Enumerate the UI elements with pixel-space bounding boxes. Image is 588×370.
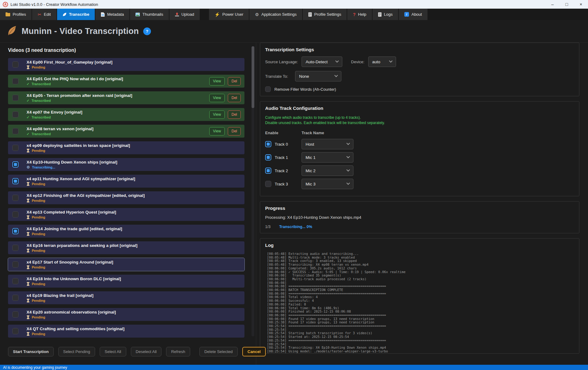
start-transcription-button[interactable]: Start Transcription bbox=[8, 347, 54, 356]
video-list-item[interactable]: X4 Ep05 - Terran promotion after xenon r… bbox=[8, 91, 244, 104]
video-checkbox[interactable] bbox=[12, 128, 19, 134]
video-list-item[interactable]: X4 ep08 terran vs xenon [original] ✓ Tra… bbox=[8, 125, 244, 138]
transcription-settings-section: Transcription Settings Source Language: … bbox=[260, 43, 579, 96]
video-checkbox[interactable] bbox=[12, 228, 19, 234]
minimize-icon[interactable]: – bbox=[545, 0, 560, 9]
video-checkbox[interactable] bbox=[12, 211, 19, 218]
track-label: Track 1 bbox=[275, 155, 288, 160]
track-enable-checkbox[interactable] bbox=[265, 181, 271, 187]
video-list-item[interactable]: X4 ep12 Finishing off the AGI sytmpathiz… bbox=[8, 191, 244, 204]
video-checkbox[interactable] bbox=[12, 78, 19, 84]
scrollbar-thumb[interactable] bbox=[252, 46, 254, 108]
delete-button[interactable]: Del bbox=[228, 127, 241, 135]
video-checkbox[interactable] bbox=[12, 61, 19, 68]
video-list-item[interactable]: X4 ep07 the Envoy [original] ✓ Transcrib… bbox=[8, 108, 244, 121]
video-checkbox[interactable] bbox=[12, 295, 19, 301]
tab-bar: Profiles ✂ Edit Transcribe Metadata Thum… bbox=[0, 9, 588, 20]
delete-button[interactable]: Del bbox=[228, 94, 241, 102]
delete-selected-button[interactable]: Delete Selected bbox=[199, 347, 238, 356]
video-list-item[interactable]: X4 Ep00 First_Hour_of_Gameplay [original… bbox=[8, 58, 244, 71]
view-button[interactable]: View bbox=[209, 77, 225, 85]
video-title: X4 QT Crafting and selling commodities [… bbox=[27, 326, 124, 331]
tab-about[interactable]: i About bbox=[399, 9, 427, 20]
track-name-select[interactable]: Host bbox=[302, 139, 353, 149]
video-checkbox[interactable] bbox=[12, 111, 19, 118]
view-button[interactable]: View bbox=[209, 110, 225, 119]
track-name-select[interactable]: Mic 2 bbox=[302, 165, 353, 176]
select-pending-button[interactable]: Select Pending bbox=[58, 347, 95, 356]
chevron-down-icon bbox=[346, 181, 350, 185]
tab-profile-settings[interactable]: Profile Settings bbox=[303, 9, 347, 20]
select-all-button[interactable]: Select All bbox=[100, 347, 126, 356]
video-list-item[interactable]: X4 Ep20 astronomical observations [origi… bbox=[8, 308, 244, 321]
video-checkbox[interactable] bbox=[12, 328, 19, 334]
check-icon: ✓ bbox=[27, 99, 29, 102]
source-language-select[interactable]: Auto-Detect bbox=[302, 56, 342, 67]
close-icon[interactable]: × bbox=[574, 0, 588, 9]
track-enable-checkbox[interactable] bbox=[265, 141, 271, 147]
video-status: ✓ Transcribed bbox=[27, 99, 132, 102]
video-list-item[interactable]: x4 ep09 deploying sattelites in teran sp… bbox=[8, 141, 244, 154]
tab-transcribe[interactable]: Transcribe bbox=[57, 9, 95, 20]
main-content: Videos (3 need transcription) X4 Ep00 Fi… bbox=[0, 42, 588, 365]
video-list-item[interactable]: X4 Ep18 Into the Unknown Boron DLC [orig… bbox=[8, 275, 244, 288]
deselect-all-button[interactable]: Deselect All bbox=[131, 347, 162, 356]
delete-button[interactable]: Del bbox=[228, 77, 241, 85]
track-name-select[interactable]: Mic 1 bbox=[302, 152, 353, 163]
video-list-item[interactable]: X4 Ep14 Joining the trade guild [edited,… bbox=[8, 225, 244, 238]
video-checkbox[interactable] bbox=[12, 261, 19, 268]
video-checkbox[interactable] bbox=[12, 278, 19, 284]
tab-application-settings[interactable]: ⚙ Application Settings bbox=[249, 9, 302, 20]
maximize-icon[interactable]: □ bbox=[560, 0, 574, 9]
video-list-item[interactable]: x4 ep11 Hunting Xenon and AGI sytmpathiz… bbox=[8, 175, 244, 188]
video-checkbox[interactable] bbox=[12, 145, 19, 151]
tab-help[interactable]: ? Help bbox=[347, 9, 372, 20]
document-icon bbox=[101, 12, 105, 17]
refresh-button[interactable]: Refresh bbox=[166, 347, 190, 356]
tab-metadata[interactable]: Metadata bbox=[95, 9, 129, 20]
video-checkbox[interactable] bbox=[12, 95, 19, 101]
status-bar: AI is documenting your gaming journey bbox=[0, 365, 588, 370]
video-list-item[interactable]: X4 QT Crafting and selling commodities [… bbox=[8, 325, 244, 338]
view-button[interactable]: View bbox=[209, 94, 225, 102]
track-enable-checkbox[interactable] bbox=[265, 154, 271, 160]
video-checkbox[interactable] bbox=[12, 245, 19, 251]
video-list-item[interactable]: X4 ep13 Completed Hyperion Quest [origin… bbox=[8, 208, 244, 221]
device-select[interactable]: auto bbox=[368, 56, 396, 67]
logs-icon bbox=[378, 12, 382, 17]
video-list-item[interactable]: x4 Ep19 Blazing the trail [original] Pen… bbox=[8, 291, 244, 304]
translate-select[interactable]: None bbox=[295, 71, 341, 81]
track-enable-checkbox[interactable] bbox=[265, 168, 271, 174]
hourglass-icon bbox=[27, 199, 30, 202]
lightning-icon: ⚡ bbox=[215, 12, 220, 17]
cancel-button[interactable]: Cancel bbox=[242, 347, 266, 356]
video-list-item[interactable]: X4 Ep01 Got the PHQ Now what do I do [or… bbox=[8, 75, 244, 88]
audio-track-hint: Configure which audio tracks to transcri… bbox=[265, 115, 574, 126]
track-name-select[interactable]: Mic 3 bbox=[302, 179, 353, 189]
tab-power-user[interactable]: ⚡ Power User bbox=[209, 9, 249, 20]
tab-edit[interactable]: ✂ Edit bbox=[32, 9, 56, 20]
video-list-scrollbar[interactable] bbox=[252, 46, 254, 336]
help-button[interactable]: ? bbox=[143, 27, 151, 35]
delete-button[interactable]: Del bbox=[228, 110, 241, 119]
log-output[interactable]: [08:05:48] Extracting audio and transcri… bbox=[265, 252, 574, 354]
tab-thumbnails[interactable]: Thumbnails bbox=[130, 9, 169, 20]
tab-profiles[interactable]: Profiles bbox=[0, 9, 31, 20]
track-name-header: Track Name bbox=[302, 131, 324, 135]
gear-icon: ⚙ bbox=[255, 12, 259, 17]
video-list-item[interactable]: X4 Ep10-Hunting Down Xenon ships [origin… bbox=[8, 158, 244, 171]
help-icon: ? bbox=[353, 12, 356, 17]
video-checkbox[interactable] bbox=[12, 161, 19, 168]
video-title: x4 ep09 deploying sattelites in teran sp… bbox=[27, 143, 130, 148]
video-list-item[interactable]: X4 Ep16 terran prparations and seeking a… bbox=[8, 241, 244, 254]
status-bar-text: AI is documenting your gaming journey bbox=[3, 365, 67, 370]
track-rows: Track 0 Host Track 1 Mic 1 Track 2 Mic 2… bbox=[265, 139, 574, 189]
tab-logs[interactable]: Logs bbox=[373, 9, 398, 20]
remove-filler-checkbox[interactable] bbox=[265, 86, 271, 92]
view-button[interactable]: View bbox=[209, 127, 225, 135]
video-checkbox[interactable] bbox=[12, 195, 19, 201]
tab-upload[interactable]: Upload bbox=[169, 9, 200, 20]
video-list-item[interactable]: x4 Ep17 Start of Snooping Around [origin… bbox=[8, 258, 244, 271]
video-checkbox[interactable] bbox=[12, 178, 19, 184]
video-checkbox[interactable] bbox=[12, 311, 19, 318]
